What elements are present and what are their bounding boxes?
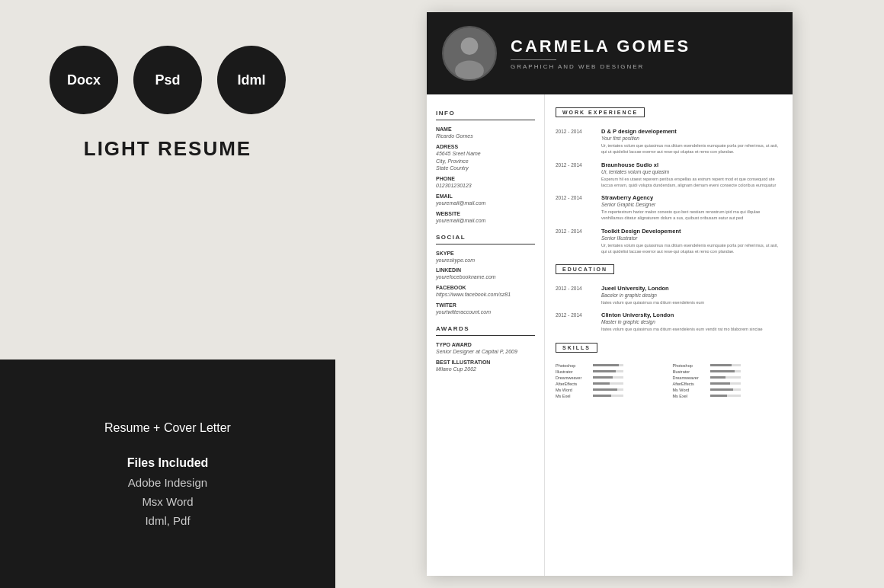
resume-name: CARMELA GOMES: [511, 37, 690, 56]
social-field-twitter: Twiter yourtwitteraccount.com: [436, 302, 535, 316]
left-bottom-section: Resume + Cover Letter Files Included Ado…: [0, 360, 335, 588]
resume-left-col: INFO Name Ricardo Gomes Adress 45645 Sre…: [427, 94, 545, 576]
education-title: EDUCATION: [562, 267, 607, 272]
work-experience-title: WORK EXPERIENCE: [562, 110, 638, 115]
file-item-3: Idml, Pdf: [145, 514, 190, 527]
info-field-website: Website youremail@mail.com: [436, 211, 535, 225]
header-divider: [511, 59, 556, 60]
skills-box: SKILLS: [556, 343, 597, 353]
skill-item: Illustrator: [556, 369, 665, 374]
skills-title: SKILLS: [562, 345, 591, 350]
education-box: EDUCATION: [556, 264, 614, 274]
product-title: LIGHT RESUME: [84, 137, 251, 161]
work-entry-3: 2012 - 2014 Strawberry Agency Senior Gra…: [556, 194, 782, 222]
award-item-2: Best Illustration Milano Cup 2002: [436, 360, 535, 373]
skill-item: AfterEffects: [673, 382, 783, 386]
skill-item: Illustrator: [673, 369, 783, 374]
awards-divider: [436, 335, 535, 336]
work-experience-box: WORK EXPERIENCE: [556, 107, 645, 117]
format-badges: Docx Psd Idml: [50, 46, 286, 114]
avatar: [442, 26, 497, 81]
subtitle: Resume + Cover Letter: [104, 421, 231, 435]
resume-header: CARMELA GOMES GRAPHICH AND WEB DESIGNER: [427, 12, 793, 94]
social-field-linkedin: Linkedin yourefocebookname.com: [436, 267, 535, 281]
file-item-2: Msx Word: [142, 495, 193, 508]
files-label: Files Included: [127, 456, 209, 470]
svg-point-2: [455, 60, 484, 80]
file-item-1: Adobe Indesign: [128, 476, 207, 489]
social-section-title: SOCIAL: [436, 234, 535, 241]
social-divider: [436, 244, 535, 244]
awards-section-title: AWARDS: [436, 325, 535, 332]
info-section-title: INFO: [436, 110, 535, 117]
skills-row: Photoshop Illustrator Dreamweaver AfterE…: [556, 363, 782, 400]
skill-item: Ms Exel: [673, 394, 783, 398]
left-panel: Docx Psd Idml LIGHT RESUME Resume + Cove…: [0, 0, 335, 588]
resume-title: GRAPHICH AND WEB DESIGNER: [511, 63, 690, 70]
info-field-email: Email youremail@mail.com: [436, 193, 535, 207]
badge-psd: Psd: [133, 46, 202, 114]
info-field-name: Name Ricardo Gomes: [436, 126, 535, 140]
info-divider: [436, 120, 535, 120]
social-field-facebook: Facebook https://www.facebook.com/sz81: [436, 285, 535, 299]
right-panel: CARMELA GOMES GRAPHICH AND WEB DESIGNER …: [335, 0, 884, 588]
skills-col-1: Photoshop Illustrator Dreamweaver AfterE…: [556, 363, 665, 400]
work-entry-2: 2012 - 2014 Braunhouse Sudio xl Ur, tent…: [556, 161, 782, 189]
skill-item: Photoshop: [556, 363, 665, 368]
edu-entry-1: 2012 - 2014 Jueel University, London Bac…: [556, 285, 782, 305]
skill-item: Dreamweaver: [556, 375, 665, 380]
skill-item: Ms Word: [673, 388, 783, 392]
badge-idml: Idml: [217, 46, 286, 114]
work-entry-1: 2012 - 2014 D & P design developement Yo…: [556, 128, 782, 155]
skill-item: Photoshop: [673, 363, 783, 368]
work-entry-4: 2012 - 2014 Toolkit Design Developement …: [556, 228, 782, 255]
header-text: CARMELA GOMES GRAPHICH AND WEB DESIGNER: [511, 37, 690, 70]
resume-right-col: WORK EXPERIENCE 2012 - 2014 D & P design…: [545, 94, 793, 576]
skill-item: Ms Exel: [556, 394, 665, 398]
award-item-1: Typo Award Senior Designer at Capital P,…: [436, 342, 535, 356]
edu-entry-2: 2012 - 2014 Clinton University, London M…: [556, 312, 782, 332]
info-field-address: Adress 45645 Sreet Name City, Province S…: [436, 144, 535, 172]
skill-item: Dreamweaver: [673, 375, 783, 380]
svg-point-1: [461, 37, 479, 55]
social-field-skype: Skype youreskype.com: [436, 251, 535, 264]
skill-item: Ms Word: [556, 388, 665, 392]
resume: CARMELA GOMES GRAPHICH AND WEB DESIGNER …: [427, 12, 793, 576]
badge-docx: Docx: [50, 46, 118, 114]
skills-col-2: Photoshop Illustrator Dreamweaver AfterE…: [673, 363, 783, 400]
info-field-phone: Phone 012301230123: [436, 176, 535, 190]
skill-item: AfterEffects: [556, 382, 665, 386]
resume-body: INFO Name Ricardo Gomes Adress 45645 Sre…: [427, 94, 793, 576]
